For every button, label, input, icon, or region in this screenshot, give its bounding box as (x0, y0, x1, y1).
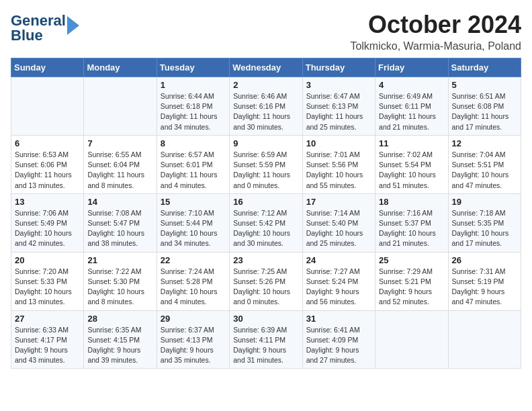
day-info: Sunrise: 6:53 AM Sunset: 6:06 PM Dayligh… (15, 150, 80, 191)
location-title: Tolkmicko, Warmia-Masuria, Poland (350, 40, 521, 52)
col-header-sunday: Sunday (11, 58, 84, 77)
day-number: 20 (15, 255, 80, 265)
col-header-monday: Monday (84, 58, 157, 77)
day-info: Sunrise: 7:25 AM Sunset: 5:26 PM Dayligh… (233, 267, 298, 308)
day-number: 24 (306, 255, 371, 265)
calendar-cell: 14Sunrise: 7:08 AM Sunset: 5:47 PM Dayli… (84, 193, 157, 252)
logo: General Blue (11, 13, 79, 43)
calendar-cell: 6Sunrise: 6:53 AM Sunset: 6:06 PM Daylig… (11, 135, 84, 193)
day-info: Sunrise: 7:16 AM Sunset: 5:37 PM Dayligh… (379, 208, 444, 249)
calendar-cell: 18Sunrise: 7:16 AM Sunset: 5:37 PM Dayli… (375, 193, 448, 252)
day-number: 31 (306, 314, 371, 324)
page-header: General Blue October 2024 Tolkmicko, War… (11, 11, 521, 52)
calendar-cell: 15Sunrise: 7:10 AM Sunset: 5:44 PM Dayli… (157, 193, 229, 252)
day-number: 26 (452, 255, 517, 265)
day-number: 18 (379, 197, 444, 207)
day-info: Sunrise: 7:22 AM Sunset: 5:30 PM Dayligh… (87, 267, 152, 308)
calendar-table: SundayMondayTuesdayWednesdayThursdayFrid… (11, 58, 521, 369)
calendar-cell: 12Sunrise: 7:04 AM Sunset: 5:51 PM Dayli… (448, 135, 521, 193)
calendar-week-row: 1Sunrise: 6:44 AM Sunset: 6:18 PM Daylig… (11, 77, 521, 136)
day-number: 30 (233, 314, 298, 324)
day-info: Sunrise: 7:08 AM Sunset: 5:47 PM Dayligh… (87, 208, 152, 249)
day-info: Sunrise: 7:04 AM Sunset: 5:51 PM Dayligh… (452, 150, 517, 191)
day-info: Sunrise: 6:35 AM Sunset: 4:15 PM Dayligh… (87, 325, 152, 366)
calendar-header-row: SundayMondayTuesdayWednesdayThursdayFrid… (11, 58, 521, 77)
day-info: Sunrise: 7:27 AM Sunset: 5:24 PM Dayligh… (306, 267, 371, 308)
calendar-cell: 27Sunrise: 6:33 AM Sunset: 4:17 PM Dayli… (11, 310, 84, 369)
day-info: Sunrise: 6:55 AM Sunset: 6:04 PM Dayligh… (87, 150, 152, 191)
calendar-week-row: 6Sunrise: 6:53 AM Sunset: 6:06 PM Daylig… (11, 135, 521, 193)
month-title: October 2024 (350, 11, 521, 39)
title-block: October 2024 Tolkmicko, Warmia-Masuria, … (350, 11, 521, 52)
day-number: 15 (161, 197, 226, 207)
col-header-wednesday: Wednesday (230, 58, 302, 77)
calendar-cell: 9Sunrise: 6:59 AM Sunset: 5:59 PM Daylig… (230, 135, 302, 193)
calendar-cell: 7Sunrise: 6:55 AM Sunset: 6:04 PM Daylig… (84, 135, 157, 193)
day-number: 3 (306, 80, 371, 90)
day-info: Sunrise: 7:10 AM Sunset: 5:44 PM Dayligh… (161, 208, 226, 249)
day-info: Sunrise: 6:41 AM Sunset: 4:09 PM Dayligh… (306, 325, 371, 366)
calendar-cell: 31Sunrise: 6:41 AM Sunset: 4:09 PM Dayli… (302, 310, 375, 369)
day-info: Sunrise: 7:14 AM Sunset: 5:40 PM Dayligh… (306, 208, 371, 249)
day-info: Sunrise: 7:01 AM Sunset: 5:56 PM Dayligh… (306, 150, 371, 191)
col-header-saturday: Saturday (448, 58, 521, 77)
day-number: 29 (161, 314, 226, 324)
day-info: Sunrise: 6:37 AM Sunset: 4:13 PM Dayligh… (161, 325, 226, 366)
day-number: 5 (452, 80, 517, 90)
calendar-cell: 22Sunrise: 7:24 AM Sunset: 5:28 PM Dayli… (157, 252, 229, 310)
day-number: 10 (306, 138, 371, 148)
day-number: 21 (87, 255, 152, 265)
day-number: 4 (379, 80, 444, 90)
calendar-cell: 10Sunrise: 7:01 AM Sunset: 5:56 PM Dayli… (302, 135, 375, 193)
day-info: Sunrise: 6:49 AM Sunset: 6:11 PM Dayligh… (379, 91, 444, 132)
calendar-cell: 19Sunrise: 7:18 AM Sunset: 5:35 PM Dayli… (448, 193, 521, 252)
calendar-cell: 4Sunrise: 6:49 AM Sunset: 6:11 PM Daylig… (375, 77, 448, 136)
calendar-cell: 29Sunrise: 6:37 AM Sunset: 4:13 PM Dayli… (157, 310, 229, 369)
day-info: Sunrise: 7:18 AM Sunset: 5:35 PM Dayligh… (452, 208, 517, 249)
col-header-friday: Friday (375, 58, 448, 77)
day-info: Sunrise: 7:29 AM Sunset: 5:21 PM Dayligh… (379, 267, 444, 308)
day-info: Sunrise: 7:31 AM Sunset: 5:19 PM Dayligh… (452, 267, 517, 308)
day-info: Sunrise: 7:12 AM Sunset: 5:42 PM Dayligh… (233, 208, 298, 249)
calendar-cell: 13Sunrise: 7:06 AM Sunset: 5:49 PM Dayli… (11, 193, 84, 252)
logo-text-line2: Blue (11, 28, 66, 43)
day-info: Sunrise: 6:46 AM Sunset: 6:16 PM Dayligh… (233, 91, 298, 132)
logo-arrow-icon (67, 16, 79, 35)
day-number: 14 (87, 197, 152, 207)
day-number: 1 (161, 80, 226, 90)
calendar-cell: 21Sunrise: 7:22 AM Sunset: 5:30 PM Dayli… (84, 252, 157, 310)
calendar-cell: 26Sunrise: 7:31 AM Sunset: 5:19 PM Dayli… (448, 252, 521, 310)
day-info: Sunrise: 6:51 AM Sunset: 6:08 PM Dayligh… (452, 91, 517, 132)
day-info: Sunrise: 6:59 AM Sunset: 5:59 PM Dayligh… (233, 150, 298, 191)
day-number: 7 (87, 138, 152, 148)
calendar-cell: 1Sunrise: 6:44 AM Sunset: 6:18 PM Daylig… (157, 77, 229, 136)
day-number: 6 (15, 138, 80, 148)
calendar-cell: 30Sunrise: 6:39 AM Sunset: 4:11 PM Dayli… (230, 310, 302, 369)
day-info: Sunrise: 6:44 AM Sunset: 6:18 PM Dayligh… (161, 91, 226, 132)
day-number: 27 (15, 314, 80, 324)
day-number: 8 (161, 138, 226, 148)
col-header-tuesday: Tuesday (157, 58, 229, 77)
calendar-cell: 23Sunrise: 7:25 AM Sunset: 5:26 PM Dayli… (230, 252, 302, 310)
day-number: 16 (233, 197, 298, 207)
day-number: 11 (379, 138, 444, 148)
day-number: 9 (233, 138, 298, 148)
logo-text-line1: General (11, 13, 66, 28)
day-number: 28 (87, 314, 152, 324)
calendar-cell: 24Sunrise: 7:27 AM Sunset: 5:24 PM Dayli… (302, 252, 375, 310)
calendar-cell (84, 77, 157, 136)
day-number: 22 (161, 255, 226, 265)
day-number: 2 (233, 80, 298, 90)
calendar-cell (448, 310, 521, 369)
day-number: 17 (306, 197, 371, 207)
day-number: 25 (379, 255, 444, 265)
calendar-week-row: 13Sunrise: 7:06 AM Sunset: 5:49 PM Dayli… (11, 193, 521, 252)
calendar-cell: 3Sunrise: 6:47 AM Sunset: 6:13 PM Daylig… (302, 77, 375, 136)
calendar-cell (375, 310, 448, 369)
day-number: 19 (452, 197, 517, 207)
calendar-cell (11, 77, 84, 136)
calendar-cell: 8Sunrise: 6:57 AM Sunset: 6:01 PM Daylig… (157, 135, 229, 193)
calendar-cell: 17Sunrise: 7:14 AM Sunset: 5:40 PM Dayli… (302, 193, 375, 252)
day-info: Sunrise: 6:33 AM Sunset: 4:17 PM Dayligh… (15, 325, 80, 366)
calendar-cell: 20Sunrise: 7:20 AM Sunset: 5:33 PM Dayli… (11, 252, 84, 310)
